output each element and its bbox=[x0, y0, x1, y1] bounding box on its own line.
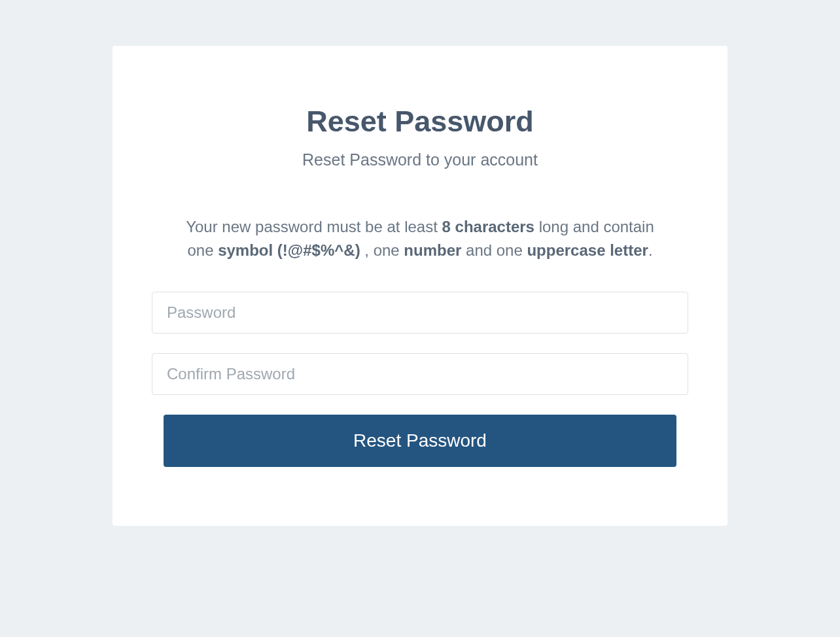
page-subtitle: Reset Password to your account bbox=[152, 150, 688, 169]
page-title: Reset Password bbox=[152, 105, 688, 139]
reset-password-card: Reset Password Reset Password to your ac… bbox=[113, 46, 727, 526]
reset-password-button[interactable]: Reset Password bbox=[164, 415, 676, 467]
confirm-password-form-group bbox=[152, 353, 688, 395]
password-requirements: Your new password must be at least 8 cha… bbox=[152, 215, 688, 262]
confirm-password-input[interactable] bbox=[152, 353, 688, 395]
button-wrapper: Reset Password bbox=[152, 415, 688, 467]
card-header: Reset Password Reset Password to your ac… bbox=[152, 105, 688, 169]
password-input[interactable] bbox=[152, 292, 688, 334]
password-form-group bbox=[152, 292, 688, 334]
